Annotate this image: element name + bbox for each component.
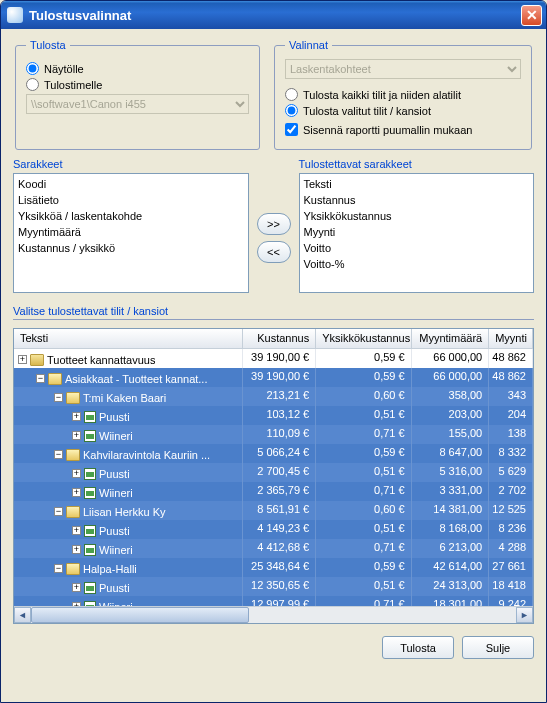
row-label: Puusti	[99, 411, 130, 423]
list-item[interactable]: Kustannus / yksikkö	[18, 240, 244, 256]
list-item[interactable]: Myynti	[304, 224, 530, 240]
expand-icon[interactable]: +	[72, 488, 81, 497]
table-row[interactable]: +Puusti103,12 €0,51 €203,00204	[14, 406, 533, 425]
folder-icon	[66, 449, 80, 461]
row-label: Kahvilaravintola Kauriin ...	[83, 449, 210, 461]
row-label: Puusti	[99, 582, 130, 594]
cell: 0,59 €	[316, 444, 411, 463]
folder-icon	[30, 354, 44, 366]
cell: 2 365,79 €	[243, 482, 317, 501]
row-label: Wiineri	[99, 430, 133, 442]
selected-columns-list[interactable]: TekstiKustannusYksikkökustannusMyyntiVoi…	[299, 173, 535, 293]
list-item[interactable]: Lisätieto	[18, 192, 244, 208]
collapse-icon[interactable]: −	[54, 564, 63, 573]
table-row[interactable]: −Asiakkaat - Tuotteet kannat...39 190,00…	[14, 368, 533, 387]
cell: 4 288	[489, 539, 533, 558]
row-label: Asiakkaat - Tuotteet kannat...	[65, 373, 207, 385]
document-icon	[84, 430, 96, 442]
accounts-tree: Teksti Kustannus Yksikkökustannus Myynti…	[13, 328, 534, 624]
expand-icon[interactable]: +	[72, 431, 81, 440]
header-myynti[interactable]: Myynti	[489, 329, 533, 348]
table-row[interactable]: +Wiineri2 365,79 €0,71 €3 331,002 702	[14, 482, 533, 501]
table-row[interactable]: +Puusti4 149,23 €0,51 €8 168,008 236	[14, 520, 533, 539]
print-target-group: Tulosta Näytölle Tulostimelle \\softwave…	[15, 39, 260, 150]
table-row[interactable]: +Wiineri4 412,68 €0,71 €6 213,004 288	[14, 539, 533, 558]
tree-body[interactable]: +Tuotteet kannattavuus39 190,00 €0,59 €6…	[14, 349, 533, 606]
radio-printer-label: Tulostimelle	[44, 79, 102, 91]
print-button[interactable]: Tulosta	[382, 636, 454, 659]
radio-all-accounts[interactable]	[285, 88, 298, 101]
move-left-button[interactable]: <<	[257, 241, 291, 263]
expand-icon[interactable]: +	[72, 526, 81, 535]
close-dialog-button[interactable]: Sulje	[462, 636, 534, 659]
expand-icon[interactable]: +	[18, 355, 27, 364]
radio-selected-accounts[interactable]	[285, 104, 298, 117]
close-button[interactable]: ✕	[521, 5, 542, 26]
table-row[interactable]: +Puusti12 350,65 €0,51 €24 313,0018 418	[14, 577, 533, 596]
available-columns-list[interactable]: KoodiLisätietoYksikköä / laskentakohdeMy…	[13, 173, 249, 293]
row-label: Liisan Herkku Ky	[83, 506, 166, 518]
radio-printer[interactable]	[26, 78, 39, 91]
list-item[interactable]: Yksikkökustannus	[304, 208, 530, 224]
table-row[interactable]: −Kahvilaravintola Kauriin ...5 066,24 €0…	[14, 444, 533, 463]
print-target-legend: Tulosta	[26, 39, 70, 51]
cell: 0,71 €	[316, 425, 411, 444]
printer-select[interactable]: \\softwave1\Canon i455	[26, 94, 249, 114]
expand-icon[interactable]: +	[72, 545, 81, 554]
cell: 27 661	[489, 558, 533, 577]
radio-screen[interactable]	[26, 62, 39, 75]
checkbox-indent[interactable]	[285, 123, 298, 136]
selected-columns-label: Tulostettavat sarakkeet	[299, 158, 535, 170]
table-row[interactable]: −Liisan Herkku Ky8 561,91 €0,60 €14 381,…	[14, 501, 533, 520]
target-select[interactable]: Laskentakohteet	[285, 59, 521, 79]
collapse-icon[interactable]: −	[36, 374, 45, 383]
available-columns-label: Sarakkeet	[13, 158, 249, 170]
header-teksti[interactable]: Teksti	[14, 329, 243, 348]
list-item[interactable]: Voitto-%	[304, 256, 530, 272]
cell: 6 213,00	[412, 539, 490, 558]
move-right-button[interactable]: >>	[257, 213, 291, 235]
table-row[interactable]: +Puusti2 700,45 €0,51 €5 316,005 629	[14, 463, 533, 482]
list-item[interactable]: Teksti	[304, 176, 530, 192]
cell: 18 418	[489, 577, 533, 596]
horizontal-scrollbar[interactable]: ◄ ►	[14, 606, 533, 623]
expand-icon[interactable]: +	[72, 583, 81, 592]
cell: 138	[489, 425, 533, 444]
table-row[interactable]: −Halpa-Halli25 348,64 €0,59 €42 614,0027…	[14, 558, 533, 577]
row-label: Wiineri	[99, 487, 133, 499]
header-myyntimaara[interactable]: Myyntimäärä	[412, 329, 490, 348]
expand-icon[interactable]: +	[72, 412, 81, 421]
collapse-icon[interactable]: −	[54, 450, 63, 459]
cell: 18 301,00	[412, 596, 490, 606]
header-kustannus[interactable]: Kustannus	[243, 329, 317, 348]
document-icon	[84, 544, 96, 556]
document-icon	[84, 487, 96, 499]
table-row[interactable]: +Wiineri110,09 €0,71 €155,00138	[14, 425, 533, 444]
cell: 5 629	[489, 463, 533, 482]
cell: 48 862	[489, 368, 533, 387]
scroll-track[interactable]	[31, 607, 516, 623]
scroll-left-arrow[interactable]: ◄	[14, 607, 31, 623]
options-group: Valinnat Laskentakohteet Tulosta kaikki …	[274, 39, 532, 150]
table-row[interactable]: −T:mi Kaken Baari213,21 €0,60 €358,00343	[14, 387, 533, 406]
radio-all-accounts-label: Tulosta kaikki tilit ja niiden alatilit	[303, 89, 461, 101]
header-yksikkokustannus[interactable]: Yksikkökustannus	[316, 329, 411, 348]
list-item[interactable]: Koodi	[18, 176, 244, 192]
collapse-icon[interactable]: −	[54, 507, 63, 516]
collapse-icon[interactable]: −	[54, 393, 63, 402]
app-icon	[7, 7, 23, 23]
scroll-thumb[interactable]	[31, 607, 249, 623]
list-item[interactable]: Kustannus	[304, 192, 530, 208]
list-item[interactable]: Myyntimäärä	[18, 224, 244, 240]
cell: 0,59 €	[316, 558, 411, 577]
cell: 0,59 €	[316, 349, 411, 368]
cell: 8 332	[489, 444, 533, 463]
table-row[interactable]: +Tuotteet kannattavuus39 190,00 €0,59 €6…	[14, 349, 533, 368]
table-row[interactable]: +Wiineri12 997,99 €0,71 €18 301,009 242	[14, 596, 533, 606]
scroll-right-arrow[interactable]: ►	[516, 607, 533, 623]
window-title: Tulostusvalinnat	[29, 8, 131, 23]
cell: 8 168,00	[412, 520, 490, 539]
expand-icon[interactable]: +	[72, 469, 81, 478]
list-item[interactable]: Voitto	[304, 240, 530, 256]
list-item[interactable]: Yksikköä / laskentakohde	[18, 208, 244, 224]
